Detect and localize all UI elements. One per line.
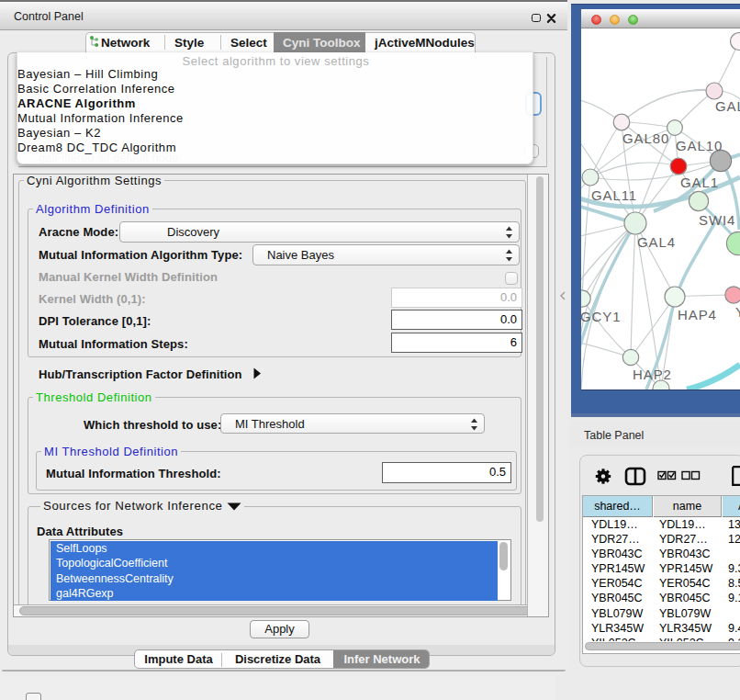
svg-text:YD: YD (735, 304, 740, 320)
svg-text:GAL1: GAL1 (680, 175, 719, 190)
svg-text:GAL4: GAL4 (637, 234, 676, 250)
svg-text:HAP2: HAP2 (633, 367, 672, 382)
svg-text:GAL10: GAL10 (676, 138, 723, 153)
svg-text:GAL80: GAL80 (622, 130, 669, 146)
svg-text:SWI4: SWI4 (699, 212, 735, 228)
svg-text:GCY1: GCY1 (581, 309, 621, 324)
svg-text:HAP4: HAP4 (678, 307, 717, 322)
svg-text:GAL11: GAL11 (591, 187, 637, 203)
svg-text:GAL2: GAL2 (715, 98, 740, 114)
